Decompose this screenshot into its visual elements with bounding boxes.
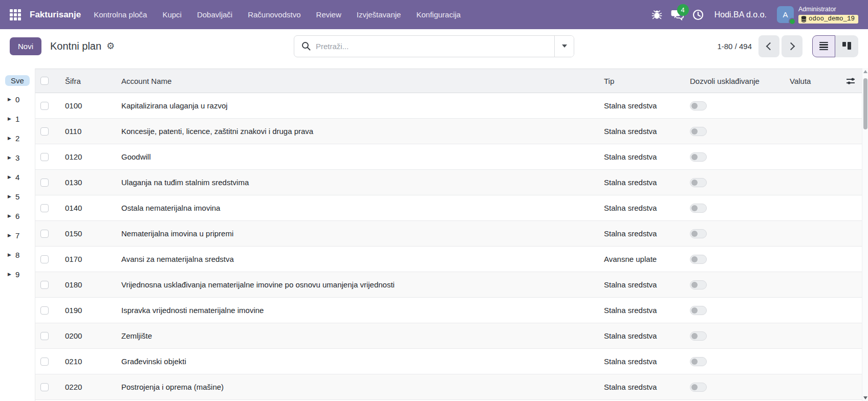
kanban-view-icon xyxy=(842,42,851,50)
reconcile-toggle[interactable] xyxy=(690,178,707,187)
reconcile-toggle[interactable] xyxy=(690,229,707,238)
table-row-0130[interactable]: 0130Ulaganja na tuđim stalnim sredstvima… xyxy=(35,170,862,195)
reconcile-toggle[interactable] xyxy=(690,255,707,264)
row-checkbox[interactable] xyxy=(40,179,49,187)
row-checkbox[interactable] xyxy=(40,306,49,315)
triangle-right-icon: ▶ xyxy=(8,116,11,121)
reconcile-toggle[interactable] xyxy=(690,357,707,366)
pager-value[interactable]: 1-80 / 494 xyxy=(717,42,752,51)
table-row-0180[interactable]: 0180Vrijednosna usklađivanja nematerijal… xyxy=(35,272,862,298)
reconcile-toggle[interactable] xyxy=(690,383,707,392)
group-label: 1 xyxy=(15,115,19,123)
group-label: 7 xyxy=(15,231,19,240)
group-item-6[interactable]: ▶6 xyxy=(0,206,35,226)
row-checkbox[interactable] xyxy=(40,255,49,263)
table-row-0140[interactable]: 0140Ostala nematerijalna imovinaStalna s… xyxy=(35,195,862,221)
group-item-1[interactable]: ▶1 xyxy=(0,109,35,128)
filter-all-button[interactable]: Sve xyxy=(5,75,30,86)
reconcile-toggle[interactable] xyxy=(690,204,707,213)
group-item-2[interactable]: ▶2 xyxy=(0,128,35,148)
menu-item-2[interactable]: Dobavljači xyxy=(189,0,240,29)
account-type: Stalna sredstva xyxy=(599,152,683,161)
row-checkbox[interactable] xyxy=(40,102,49,110)
activities-clock-icon[interactable] xyxy=(688,0,708,29)
optional-columns-button[interactable] xyxy=(839,77,862,85)
group-item-7[interactable]: ▶7 xyxy=(0,226,35,245)
group-item-9[interactable]: ▶9 xyxy=(0,264,35,284)
group-item-0[interactable]: ▶0 xyxy=(0,90,35,109)
reconcile-toggle[interactable] xyxy=(690,280,707,289)
table-row-0220[interactable]: 0220Postrojenja i oprema (mašine)Stalna … xyxy=(35,374,862,400)
group-item-3[interactable]: ▶3 xyxy=(0,148,35,167)
scroll-down-arrow[interactable] xyxy=(863,396,867,399)
action-gear-icon[interactable]: ⚙ xyxy=(106,41,115,51)
column-header-currency[interactable]: Valuta xyxy=(785,77,839,85)
database-icon xyxy=(801,16,807,23)
row-checkbox[interactable] xyxy=(40,281,49,289)
user-avatar[interactable]: A xyxy=(777,6,794,23)
select-all-checkbox[interactable] xyxy=(40,77,49,85)
list-view-button[interactable] xyxy=(812,35,835,57)
group-label: 9 xyxy=(15,270,19,279)
row-checkbox[interactable] xyxy=(40,383,49,391)
messages-icon[interactable]: 4 xyxy=(667,0,688,29)
message-count-badge: 4 xyxy=(677,4,689,16)
account-type: Stalna sredstva xyxy=(599,127,683,136)
account-code: 0120 xyxy=(57,152,116,161)
app-name[interactable]: Fakturisanje xyxy=(30,10,81,20)
reconcile-toggle[interactable] xyxy=(690,101,707,110)
reconcile-toggle[interactable] xyxy=(690,127,707,136)
triangle-right-icon: ▶ xyxy=(8,136,11,141)
row-checkbox[interactable] xyxy=(40,204,49,212)
row-checkbox[interactable] xyxy=(40,358,49,366)
table-row-0110[interactable]: 0110Koncesije, patenti, licence, zaštitn… xyxy=(35,119,862,144)
search-input[interactable] xyxy=(316,36,554,57)
table-row-0100[interactable]: 0100Kapitalizirana ulaganja u razvojStal… xyxy=(35,93,862,119)
search-options-toggle[interactable] xyxy=(554,36,574,57)
column-header-code[interactable]: Šifra xyxy=(57,77,116,85)
debug-bug-icon[interactable] xyxy=(647,0,667,29)
scroll-up-arrow[interactable] xyxy=(863,70,867,73)
table-row-0210[interactable]: 0210Građevinski objektiStalna sredstva xyxy=(35,349,862,374)
scrollbar-thumb[interactable] xyxy=(863,78,867,129)
list-view-icon xyxy=(819,42,828,50)
group-list: ▶0▶1▶2▶3▶4▶5▶6▶7▶8▶9 xyxy=(0,90,35,284)
triangle-right-icon: ▶ xyxy=(8,174,11,180)
chevron-left-icon xyxy=(766,42,774,50)
row-checkbox[interactable] xyxy=(40,332,49,340)
company-switcher[interactable]: Hodi.BA d.o.o. xyxy=(714,10,767,19)
menu-item-1[interactable]: Kupci xyxy=(155,0,189,29)
apps-menu-icon[interactable] xyxy=(10,9,21,20)
table-row-0170[interactable]: 0170Avansi za nematerijalna sredstvaAvan… xyxy=(35,247,862,272)
menu-item-4[interactable]: Review xyxy=(309,0,349,29)
column-header-reconcile[interactable]: Dozvoli usklađivanje xyxy=(683,77,785,85)
account-type: Avansne uplate xyxy=(599,255,683,263)
menu-item-0[interactable]: Kontrolna ploča xyxy=(86,0,155,29)
reconcile-toggle[interactable] xyxy=(690,152,707,162)
accounts-table: Šifra Account Name Tip Dozvoli usklađiva… xyxy=(35,69,862,401)
kanban-view-button[interactable] xyxy=(835,35,858,57)
table-row-0120[interactable]: 0120GoodwillStalna sredstva xyxy=(35,144,862,170)
table-row-0200[interactable]: 0200ZemljišteStalna sredstva xyxy=(35,323,862,349)
group-item-5[interactable]: ▶5 xyxy=(0,187,35,206)
column-header-type[interactable]: Tip xyxy=(599,77,683,85)
caret-down-icon xyxy=(562,44,567,48)
table-row-0190[interactable]: 0190Ispravka vrijednosti nematerijalne i… xyxy=(35,298,862,323)
menu-item-3[interactable]: Računovodstvo xyxy=(240,0,308,29)
reconcile-toggle[interactable] xyxy=(690,331,707,341)
table-row-0150[interactable]: 0150Nematerijalna imovina u pripremiStal… xyxy=(35,221,862,247)
menu-item-5[interactable]: Izvještavanje xyxy=(349,0,409,29)
pager-next-button[interactable] xyxy=(782,35,802,57)
pager-previous-button[interactable] xyxy=(758,35,779,57)
triangle-right-icon: ▶ xyxy=(8,272,11,277)
row-checkbox[interactable] xyxy=(40,127,49,136)
user-menu[interactable]: Administrator odoo_demo_19 xyxy=(798,6,858,24)
menu-item-6[interactable]: Konfiguracija xyxy=(408,0,468,29)
row-checkbox[interactable] xyxy=(40,153,49,161)
group-item-8[interactable]: ▶8 xyxy=(0,245,35,264)
new-record-button[interactable]: Novi xyxy=(10,37,41,55)
group-item-4[interactable]: ▶4 xyxy=(0,167,35,187)
row-checkbox[interactable] xyxy=(40,230,49,238)
column-header-name[interactable]: Account Name xyxy=(116,77,599,85)
reconcile-toggle[interactable] xyxy=(690,306,707,315)
